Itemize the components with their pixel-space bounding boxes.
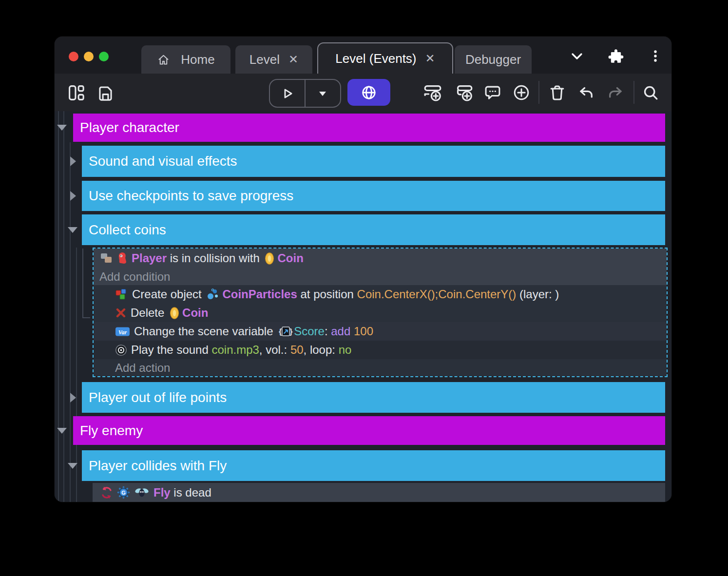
toggle-panels-icon[interactable] <box>65 82 87 103</box>
divider <box>538 81 539 104</box>
object-name: Coin <box>182 306 208 320</box>
action-row-sound[interactable]: Play the sound coin.mp3, vol.: 50, loop:… <box>94 341 667 359</box>
expand-arrow-icon[interactable] <box>70 156 76 166</box>
condition-text: is dead <box>171 486 211 499</box>
object-name: Player <box>132 251 167 265</box>
player-object-icon <box>117 251 128 265</box>
collapse-arrow-icon[interactable] <box>68 227 77 233</box>
add-comment-icon[interactable] <box>482 82 503 103</box>
object-name: Fly <box>153 486 171 499</box>
close-tab-icon[interactable]: ✕ <box>425 52 435 65</box>
tab-home[interactable]: Home <box>141 45 230 74</box>
collapse-arrow-icon[interactable] <box>57 428 67 434</box>
event-group-out-of-life[interactable]: Player out of life points <box>82 382 665 413</box>
indent-guide <box>58 111 59 502</box>
svg-text:Var: Var <box>118 328 127 335</box>
preview-button-group <box>269 79 341 108</box>
condition-row[interactable]: Player is in collision with Coin <box>94 249 667 268</box>
add-action-button[interactable]: Add action <box>94 359 667 376</box>
tab-label: Level (Events) <box>335 51 416 66</box>
variable-name: Score <box>294 325 325 338</box>
kebab-menu-icon[interactable] <box>650 49 661 64</box>
object-name: Coin <box>277 251 303 265</box>
event-group-collect-coins[interactable]: Collect coins <box>82 214 665 245</box>
divider <box>633 81 634 104</box>
title-bar: Home Level ✕ Level (Events) ✕ Debugger <box>55 37 671 74</box>
add-event-icon[interactable] <box>422 82 443 103</box>
event-group-fly-enemy[interactable]: Fly enemy <box>73 416 665 445</box>
save-icon[interactable] <box>95 82 116 103</box>
minimize-window-button[interactable] <box>84 52 94 61</box>
group-label: Use checkpoints to save progress <box>89 188 293 204</box>
home-icon <box>157 53 170 66</box>
volume-value: 50 <box>290 343 304 357</box>
extensions-puzzle-icon[interactable] <box>606 47 626 67</box>
delete-icon[interactable] <box>546 82 568 103</box>
speaker-icon <box>115 344 127 356</box>
scene-variable-badge-icon: { } <box>277 325 293 338</box>
value: 100 <box>350 325 373 338</box>
subevent-connector <box>82 249 83 318</box>
action-row-variable[interactable]: Var Change the scene variable { } Score:… <box>94 322 667 341</box>
events-sheet: Player character Sound and visual effect… <box>55 111 671 502</box>
particles-object-icon <box>207 288 219 301</box>
close-tab-icon[interactable]: ✕ <box>288 53 298 66</box>
play-preview-button[interactable] <box>270 80 305 107</box>
position-expression: Coin.CenterX();Coin.CenterY() <box>357 288 517 301</box>
variable-icon: Var <box>115 326 130 337</box>
expand-arrow-icon[interactable] <box>70 393 76 403</box>
object-name: CoinParticles <box>222 288 297 301</box>
condition-row-fly-dead[interactable]: G Fly is dead <box>93 483 665 502</box>
collapse-arrow-icon[interactable] <box>57 125 67 131</box>
group-label: Player out of life points <box>89 390 227 405</box>
group-label: Player character <box>80 120 179 135</box>
event-group-sound-effects[interactable]: Sound and visual effects <box>82 146 665 177</box>
delete-cross-icon <box>115 307 127 319</box>
svg-text:G: G <box>121 490 126 496</box>
preview-options-dropdown[interactable] <box>306 80 340 107</box>
add-subevent-icon[interactable] <box>453 82 475 103</box>
fly-object-icon <box>134 487 150 499</box>
tab-label: Level <box>249 52 280 67</box>
zoom-window-button[interactable] <box>99 52 109 61</box>
indent-guide <box>63 111 64 502</box>
app-window: Home Level ✕ Level (Events) ✕ Debugger <box>55 37 671 502</box>
network-preview-button[interactable] <box>347 79 390 106</box>
group-label: Player collides with Fly <box>89 458 227 474</box>
coin-object-icon <box>170 307 179 320</box>
tab-label: Debugger <box>465 52 521 67</box>
loop-value: no <box>339 343 352 357</box>
undo-icon[interactable] <box>575 82 597 103</box>
tab-level-events[interactable]: Level (Events) ✕ <box>317 42 453 74</box>
add-condition-button[interactable]: Add condition <box>94 268 667 285</box>
coin-object-icon <box>265 252 274 265</box>
tab-label: Home <box>181 52 214 67</box>
tab-level[interactable]: Level ✕ <box>235 45 312 74</box>
close-window-button[interactable] <box>69 52 78 61</box>
action-row-create-object[interactable]: Create object CoinParticles at position … <box>94 285 667 304</box>
event-group-checkpoints[interactable]: Use checkpoints to save progress <box>82 181 665 211</box>
tab-debugger[interactable]: Debugger <box>455 45 532 74</box>
expand-arrow-icon[interactable] <box>70 191 76 201</box>
search-icon[interactable] <box>640 82 661 103</box>
chevron-down-icon[interactable] <box>567 50 587 63</box>
collapse-arrow-icon[interactable] <box>68 463 77 469</box>
choose-and-add-icon[interactable] <box>511 82 532 103</box>
svg-text:{: { <box>279 327 282 336</box>
redo-icon[interactable] <box>604 82 626 103</box>
event-group-fly-collision[interactable]: Player collides with Fly <box>82 450 665 481</box>
behavior-icon <box>100 486 113 499</box>
create-object-icon <box>115 288 128 301</box>
selected-event[interactable]: Player is in collision with Coin Add con… <box>93 248 668 377</box>
condition-text: is in collision with <box>167 251 263 265</box>
group-label: Fly enemy <box>80 423 143 439</box>
group-label: Collect coins <box>89 222 166 238</box>
subevent-connector <box>82 317 90 318</box>
collision-icon <box>99 252 113 265</box>
action-row-delete[interactable]: Delete Coin <box>94 304 667 322</box>
svg-text:}: } <box>289 327 293 336</box>
event-group-player-character[interactable]: Player character <box>73 114 665 142</box>
sound-file: coin.mp3 <box>211 343 259 357</box>
group-label: Sound and visual effects <box>89 154 237 169</box>
toolbar <box>55 74 671 111</box>
